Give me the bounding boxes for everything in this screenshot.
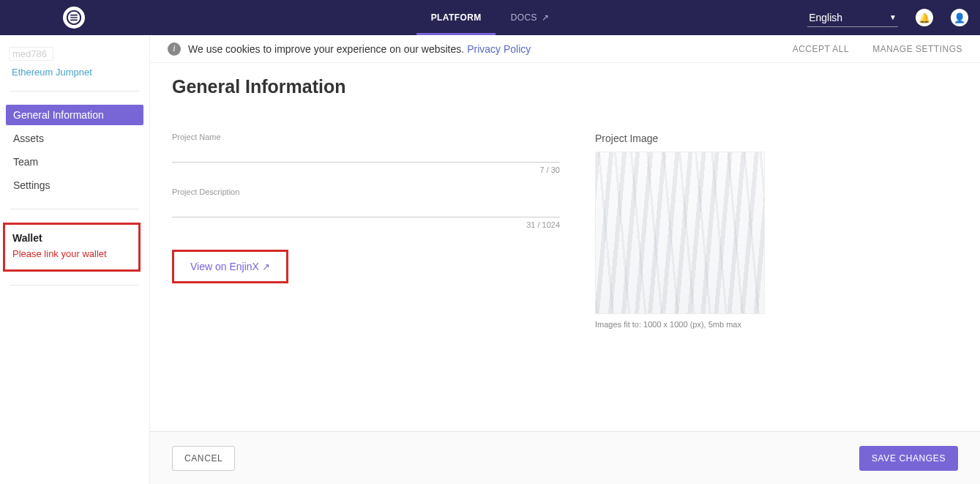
nav-platform[interactable]: PLATFORM	[416, 0, 496, 35]
project-description-input[interactable]	[172, 198, 560, 217]
user-icon: 👤	[954, 12, 965, 23]
project-description-counter: 31 / 1024	[172, 220, 560, 229]
project-name-input[interactable]	[172, 143, 560, 163]
enjin-logo[interactable]	[63, 7, 85, 29]
wallet-panel[interactable]: Wallet Please link your wallet	[3, 223, 141, 272]
project-image-upload[interactable]	[595, 152, 765, 314]
wallet-warning: Please link your wallet	[12, 248, 131, 259]
cookie-text: We use cookies to improve your experienc…	[188, 43, 464, 55]
language-select[interactable]: English ▼	[807, 9, 898, 27]
project-name-counter: 7 / 30	[172, 165, 560, 174]
main-content: General Information Project Name 7 / 30 …	[150, 35, 980, 484]
sidebar-item-team[interactable]: Team	[6, 152, 143, 172]
divider	[10, 91, 139, 92]
sidebar-item-settings[interactable]: Settings	[6, 175, 143, 196]
sidebar-item-assets[interactable]: Assets	[6, 128, 143, 149]
header-right: English ▼ 🔔 👤	[807, 9, 968, 27]
privacy-policy-link[interactable]: Privacy Policy	[467, 43, 531, 55]
external-link-icon: ↗	[542, 12, 549, 23]
project-name-tag: med786	[9, 47, 53, 61]
app-header: PLATFORM DOCS ↗ English ▼ 🔔 👤	[0, 0, 980, 35]
footer-actions: CANCEL SAVE CHANGES	[150, 431, 980, 484]
notifications-button[interactable]: 🔔	[916, 9, 933, 26]
project-name-label: Project Name	[172, 133, 560, 141]
view-on-enjinx-box: View on EnjinX↗	[172, 250, 288, 283]
external-link-icon: ↗	[262, 261, 270, 272]
info-icon: i	[168, 42, 181, 56]
divider	[10, 285, 139, 286]
form-right: Project Image Images fit to: 1000 x 1000…	[595, 133, 958, 329]
accept-all-button[interactable]: ACCEPT ALL	[793, 44, 849, 54]
cookie-banner: i We use cookies to improve your experie…	[150, 35, 980, 63]
project-description-label: Project Description	[172, 187, 560, 196]
chevron-down-icon: ▼	[889, 13, 897, 21]
page-title: General Information	[172, 76, 958, 97]
enjin-logo-icon	[67, 10, 81, 25]
top-nav: PLATFORM DOCS ↗	[416, 0, 564, 35]
nav-docs-label: DOCS	[511, 12, 537, 23]
cancel-button[interactable]: CANCEL	[172, 446, 235, 471]
project-image-label: Project Image	[595, 133, 958, 144]
wallet-title: Wallet	[12, 232, 131, 244]
network-link[interactable]: Ethereum Jumpnet	[12, 67, 141, 78]
form-left: Project Name 7 / 30 Project Description …	[172, 133, 560, 283]
view-on-enjinx-label: View on EnjinX	[190, 261, 259, 272]
bell-icon: 🔔	[919, 12, 930, 23]
project-image-hint: Images fit to: 1000 x 1000 (px), 5mb max	[595, 320, 958, 329]
account-button[interactable]: 👤	[951, 9, 968, 26]
language-label: English	[809, 12, 842, 23]
sidebar-item-general[interactable]: General Information	[6, 105, 143, 125]
manage-settings-button[interactable]: MANAGE SETTINGS	[872, 44, 962, 54]
sidebar: med786 Ethereum Jumpnet General Informat…	[0, 35, 150, 484]
divider	[10, 209, 139, 209]
save-changes-button[interactable]: SAVE CHANGES	[859, 446, 958, 471]
nav-docs[interactable]: DOCS ↗	[496, 0, 564, 35]
sidebar-nav: General Information Assets Team Settings	[6, 105, 143, 196]
view-on-enjinx-link[interactable]: View on EnjinX↗	[190, 261, 270, 272]
